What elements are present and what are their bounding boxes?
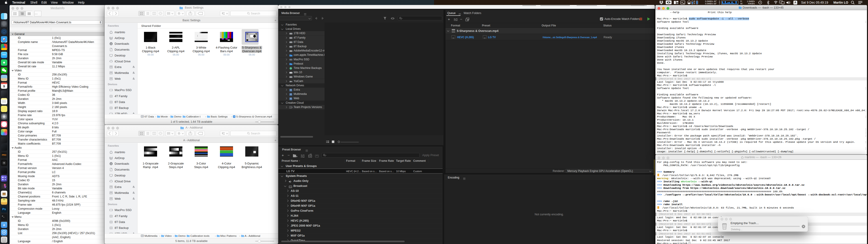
svg-text:TV: TV [289,186,291,188]
